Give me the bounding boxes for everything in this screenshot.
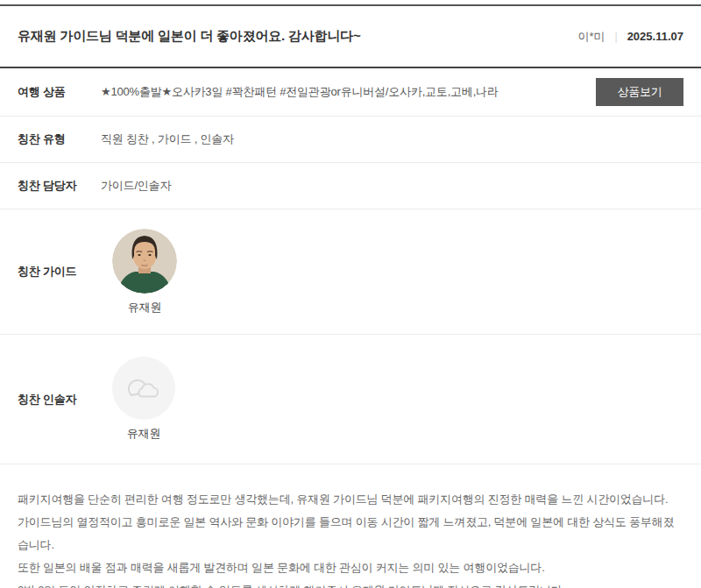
review-line: 2박 3일 동안 안전하고 즐겁게 여행할 수 있도록 세심하게 챙겨주신 유재… xyxy=(18,579,683,588)
row-travel-product: 여행 상품 ★100%출발★오사카3일 #꽉찬패턴 #전일관광or유니버설/오사… xyxy=(0,68,701,117)
review-line: 가이드님의 열정적이고 흥미로운 일본 역사와 문화 이야기를 들으며 이동 시… xyxy=(18,511,683,556)
guide-profile: 유재원 xyxy=(112,229,177,315)
guide-portrait-photo xyxy=(112,229,177,294)
cloud-placeholder-icon xyxy=(125,375,162,401)
author-name: 이*미 xyxy=(577,29,605,45)
praise-type-value: 직원 칭찬 , 가이드 , 인솔자 xyxy=(101,131,348,147)
post-date: 2025.11.07 xyxy=(627,30,683,43)
praised-guide-label: 칭찬 가이드 xyxy=(18,264,101,280)
praise-target-value: 가이드/인솔자 xyxy=(101,178,285,194)
row-praise-type: 칭찬 유형 직원 칭찬 , 가이드 , 인솔자 xyxy=(0,117,701,163)
praised-escort-label: 칭찬 인솔자 xyxy=(18,392,101,407)
travel-product-value: ★100%출발★오사카3일 #꽉찬패턴 #전일관광or유니버설/오사카,교토,고… xyxy=(101,84,612,100)
guide-photo-avatar xyxy=(112,229,177,294)
praise-review-detail-page: 유재원 가이드님 덕분에 일본이 더 좋아졌어요. 감사합니다~ 이*미 | 2… xyxy=(0,0,701,588)
row-praised-guide: 칭찬 가이드 xyxy=(0,209,701,335)
review-line: 패키지여행을 단순히 편리한 여행 정도로만 생각했는데, 유재원 가이드님 덕… xyxy=(18,488,683,511)
header-meta: 이*미 | 2025.11.07 xyxy=(577,29,683,45)
row-praised-escort: 칭찬 인솔자 유재원 xyxy=(0,335,701,464)
review-line: 또한 일본의 배울 점과 매력을 새롭게 발견하며 일본 문화에 대한 관심이 … xyxy=(18,556,683,579)
escort-avatar-placeholder xyxy=(112,357,175,420)
guide-name: 유재원 xyxy=(128,300,161,315)
escort-name: 유재원 xyxy=(127,426,160,442)
page-title: 유재원 가이드님 덕분에 일본이 더 좋아졌어요. 감사합니다~ xyxy=(18,28,361,45)
praise-type-label: 칭찬 유형 xyxy=(18,131,101,147)
praise-target-label: 칭찬 담당자 xyxy=(18,178,101,194)
meta-divider: | xyxy=(615,31,618,43)
escort-profile: 유재원 xyxy=(112,357,175,442)
view-product-button[interactable]: 상품보기 xyxy=(596,78,683,106)
header: 유재원 가이드님 덕분에 일본이 더 좋아졌어요. 감사합니다~ 이*미 | 2… xyxy=(0,4,701,68)
travel-product-label: 여행 상품 xyxy=(18,84,101,100)
review-body: 패키지여행을 단순히 편리한 여행 정도로만 생각했는데, 유재원 가이드님 덕… xyxy=(0,464,701,588)
row-praise-target: 칭찬 담당자 가이드/인솔자 xyxy=(0,163,701,209)
